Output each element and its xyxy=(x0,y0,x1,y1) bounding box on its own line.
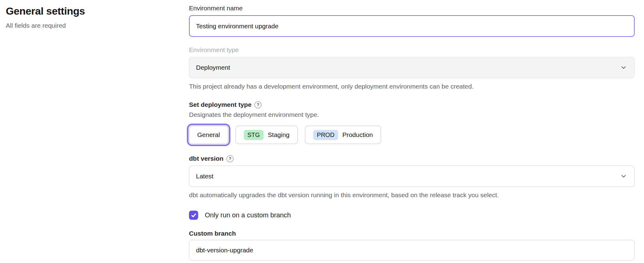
deployment-type-general-button[interactable]: General xyxy=(189,126,228,144)
environment-type-label: Environment type xyxy=(189,46,635,54)
deployment-type-staging-button[interactable]: STG Staging xyxy=(236,126,298,144)
page-subtitle: All fields are required xyxy=(6,22,189,29)
environment-name-input[interactable] xyxy=(189,15,635,37)
help-icon[interactable]: ? xyxy=(226,155,233,162)
check-icon xyxy=(191,212,197,218)
environment-settings-page: General settings All fields are required… xyxy=(0,0,644,261)
deployment-type-staging-label: Staging xyxy=(268,131,289,139)
dbt-version-value: Latest xyxy=(196,173,213,180)
environment-type-field: Environment type Deployment This project… xyxy=(189,46,635,90)
dbt-version-label: dbt version ? xyxy=(189,155,635,163)
dbt-version-field: dbt version ? Latest dbt automatically u… xyxy=(189,155,635,199)
custom-branch-label-text: Custom branch xyxy=(189,230,236,237)
environment-type-value: Deployment xyxy=(196,64,230,71)
deployment-type-general-label: General xyxy=(197,131,220,139)
dbt-version-select[interactable]: Latest xyxy=(189,166,635,187)
custom-branch-label: Custom branch xyxy=(189,230,635,237)
staging-badge: STG xyxy=(244,130,264,140)
environment-name-label: Environment name xyxy=(189,4,635,12)
custom-branch-toggle-label[interactable]: Only run on a custom branch xyxy=(205,211,291,219)
environment-type-label-text: Environment type xyxy=(189,46,239,54)
help-icon[interactable]: ? xyxy=(254,101,261,108)
custom-branch-input[interactable] xyxy=(189,240,635,261)
custom-branch-field: Custom branch xyxy=(189,230,635,261)
environment-type-select[interactable]: Deployment xyxy=(189,57,635,78)
chevron-down-icon xyxy=(620,173,627,180)
deployment-type-options: General STG Staging PROD Production xyxy=(187,124,635,146)
deployment-type-label: Set deployment type ? xyxy=(189,101,635,109)
deployment-type-field: Set deployment type ? Designates the dep… xyxy=(189,101,635,146)
settings-form: Environment name Environment type Deploy… xyxy=(189,4,635,261)
environment-type-helper: This project already has a development e… xyxy=(189,82,635,90)
environment-name-field: Environment name xyxy=(189,4,635,37)
environment-name-label-text: Environment name xyxy=(189,4,243,12)
deployment-type-production-button[interactable]: PROD Production xyxy=(305,126,381,144)
dbt-version-helper: dbt automatically upgrades the dbt versi… xyxy=(189,191,635,199)
production-badge: PROD xyxy=(313,130,338,140)
settings-header: General settings All fields are required xyxy=(6,4,189,261)
chevron-down-icon xyxy=(620,64,627,71)
dbt-version-label-text: dbt version xyxy=(189,155,223,163)
deployment-type-label-text: Set deployment type xyxy=(189,101,251,109)
page-title: General settings xyxy=(6,5,189,17)
deployment-type-production-label: Production xyxy=(342,131,373,139)
deployment-type-helper: Designates the deployment environment ty… xyxy=(189,110,635,119)
custom-branch-checkbox[interactable] xyxy=(189,211,198,220)
custom-branch-toggle-row: Only run on a custom branch xyxy=(189,211,635,220)
